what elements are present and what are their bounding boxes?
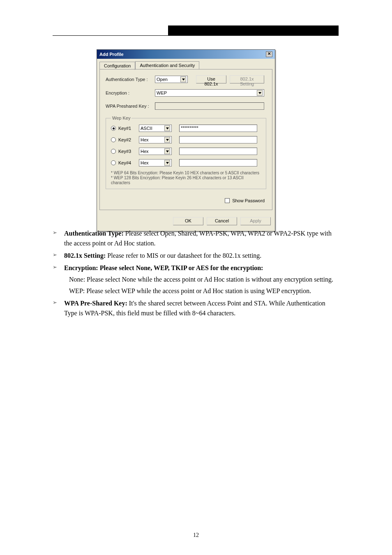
close-button[interactable]: ✕ <box>266 51 272 57</box>
key2-type-dropdown[interactable]: Hex <box>139 136 172 143</box>
encryption-row: Encryption : WEP <box>106 89 266 97</box>
key3-label: Key#3 <box>118 149 139 154</box>
key3-type-dropdown[interactable]: Hex <box>139 148 172 155</box>
show-password-checkbox[interactable] <box>225 198 230 203</box>
close-icon: ✕ <box>267 51 271 56</box>
bullet-8021x: 802.1x Setting: Please refer to MIS or o… <box>53 251 339 261</box>
bullet-encryption-label: Encryption: Please select None, WEP, TKI… <box>64 264 263 271</box>
key1-type-value: ASCII <box>141 126 152 131</box>
auth-type-label: Authentication Type : <box>106 77 155 82</box>
key3-radio[interactable] <box>111 149 116 154</box>
bullet-8021x-label: 802.1x Setting: <box>64 252 106 259</box>
bullet-encryption: Encryption: Please select None, WEP, TKI… <box>53 263 339 296</box>
tabs-row: Configuration Authentication and Securit… <box>97 59 275 69</box>
show-password-row: Show Password <box>106 192 266 206</box>
key1-radio[interactable] <box>111 126 116 131</box>
encryption-value: WEP <box>157 90 167 95</box>
wep-key-fieldset: Wep Key Key#1 ASCII ********** Key#2 Hex <box>106 116 266 189</box>
key2-row: Key#2 Hex <box>111 136 261 143</box>
bullet-auth-type-label: Authentication Type: <box>64 230 124 237</box>
chevron-down-icon <box>164 125 170 131</box>
bullet-wpa-psk: WPA Pre-Shared Key: It's the shared secr… <box>53 298 339 318</box>
dialog-title: Add Profile <box>99 52 124 57</box>
8021x-setting-button[interactable]: 802.1x Setting <box>230 75 264 83</box>
bullet-encryption-wep: WEP: Please select WEP while the access … <box>69 286 339 296</box>
use-8021x-button[interactable]: Use 802.1x <box>196 75 226 83</box>
page-header-bar <box>168 25 339 35</box>
wep-note-2: * WEP 128 Bits Encryption: Please Keyin … <box>111 176 261 185</box>
key4-label: Key#4 <box>118 160 139 165</box>
apply-button[interactable]: Apply <box>240 217 271 225</box>
show-password-label: Show Password <box>232 198 265 203</box>
titlebar: Add Profile ✕ <box>97 50 275 59</box>
key2-label: Key#2 <box>118 137 139 142</box>
key3-input[interactable] <box>179 148 257 155</box>
wpa-psk-row: WPA Preshared Key : <box>106 102 266 110</box>
auth-type-dropdown[interactable]: Open <box>155 76 188 83</box>
page-header-rule <box>53 35 339 36</box>
key4-radio[interactable] <box>111 160 116 165</box>
tab-content: Authentication Type : Open Use 802.1x 80… <box>99 69 272 210</box>
add-profile-dialog: Add Profile ✕ Configuration Authenticati… <box>97 49 275 231</box>
key4-input[interactable] <box>179 159 257 166</box>
chevron-down-icon <box>164 160 170 166</box>
key3-row: Key#3 Hex <box>111 148 261 155</box>
wep-note-1: * WEP 64 Bits Encryption: Please Keyin 1… <box>111 171 261 176</box>
key1-row: Key#1 ASCII ********** <box>111 125 261 132</box>
key2-type-value: Hex <box>141 137 149 142</box>
wep-key-legend: Wep Key <box>111 116 131 120</box>
key3-type-value: Hex <box>141 149 149 154</box>
chevron-down-icon <box>180 76 186 82</box>
key1-label: Key#1 <box>118 126 139 131</box>
chevron-down-icon <box>257 90 263 96</box>
ok-button[interactable]: OK <box>173 217 203 225</box>
key4-row: Key#4 Hex <box>111 159 261 166</box>
key2-radio[interactable] <box>111 137 116 142</box>
wpa-psk-label: WPA Preshared Key : <box>106 104 155 109</box>
key4-type-dropdown[interactable]: Hex <box>139 159 172 166</box>
document-content: Authentication Type: Please select Open,… <box>53 229 339 321</box>
key1-input[interactable]: ********** <box>179 125 257 132</box>
wpa-psk-input[interactable] <box>155 102 264 110</box>
bullet-wpa-psk-label: WPA Pre-Shared Key: <box>64 300 127 307</box>
chevron-down-icon <box>164 137 170 143</box>
cancel-button[interactable]: Cancel <box>207 217 237 225</box>
key4-type-value: Hex <box>141 160 149 165</box>
tab-auth-security[interactable]: Authentication and Security <box>135 61 199 69</box>
tab-configuration[interactable]: Configuration <box>99 62 135 70</box>
bullet-8021x-text: Please refer to MIS or our datasheet for… <box>106 252 261 259</box>
page-number: 12 <box>0 532 392 539</box>
key1-type-dropdown[interactable]: ASCII <box>139 125 172 132</box>
auth-type-value: Open <box>157 77 168 82</box>
bullet-auth-type: Authentication Type: Please select Open,… <box>53 229 339 248</box>
chevron-down-icon <box>164 148 170 154</box>
auth-type-row: Authentication Type : Open Use 802.1x 80… <box>106 75 266 83</box>
bullet-encryption-none: None: Please select None while the acces… <box>69 275 339 284</box>
encryption-dropdown[interactable]: WEP <box>155 89 264 97</box>
key2-input[interactable] <box>179 136 257 143</box>
encryption-label: Encryption : <box>106 90 155 95</box>
